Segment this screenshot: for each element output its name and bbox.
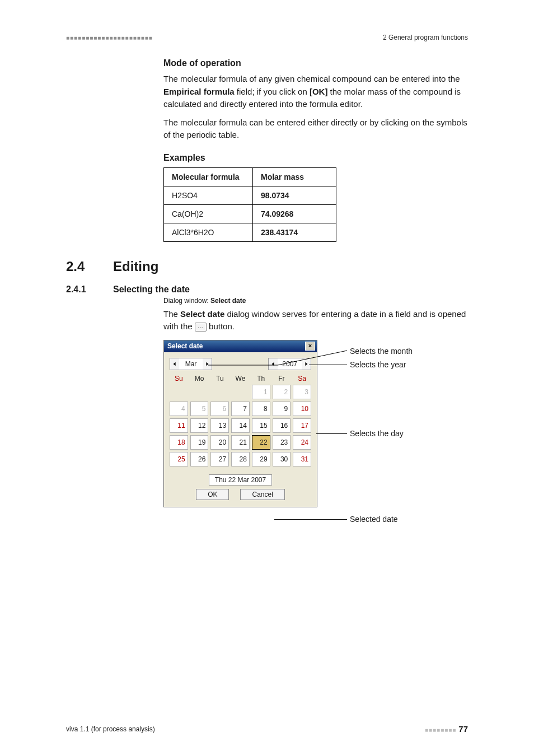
calendar-day[interactable]: 14 [231,418,250,433]
cell: AlCl3*6H2O [164,223,253,241]
calendar-day[interactable]: 26 [190,452,209,466]
ok-button[interactable]: OK [196,489,229,500]
weekday-label: Fr [273,375,291,382]
dialog-window-label: Dialog window: Select date [163,297,468,305]
th-mass: Molar mass [253,167,336,186]
calendar-weekday-header: SuMoTuWeThFrSa [170,375,311,382]
weekday-label: Su [170,375,188,382]
text: Dialog window: [163,297,210,305]
callout-line-icon [208,347,348,369]
weekday-label: Mo [190,375,209,382]
footer-left: viva 1.1 (for process analysis) [66,725,155,733]
svg-line-1 [278,351,347,365]
calendar-day[interactable]: 19 [190,435,209,450]
cell: Ca(OH)2 [164,204,253,223]
calendar-day[interactable]: 11 [170,418,188,433]
weekday-label: Th [252,375,270,382]
cancel-button[interactable]: Cancel [240,489,284,500]
calendar-day[interactable]: 23 [273,435,291,450]
calendar-day[interactable]: 7 [231,402,250,416]
calendar-day[interactable]: 18 [170,435,188,450]
subsection-number: 2.4.1 [66,284,113,295]
month-spinner: Mar [170,358,212,370]
dialog-title: Select date [167,342,203,350]
calendar-day[interactable]: 15 [252,418,270,433]
calendar-day [231,385,250,399]
calendar-day[interactable]: 12 [190,418,209,433]
calendar-day[interactable]: 29 [252,452,270,466]
cell: 238.43174 [253,223,336,241]
text: button. [207,321,235,331]
calendar-day[interactable]: 24 [293,435,311,450]
weekday-label: Sa [293,375,311,382]
cell: H2SO4 [164,186,253,204]
calendar-day[interactable]: 13 [210,418,229,433]
calendar-day[interactable]: 8 [252,402,270,416]
callout-day: Selects the day [350,429,404,438]
calendar-day[interactable]: 25 [170,452,188,466]
mode-para-2: The molecular formula can be entered eit… [163,116,468,142]
calendar-grid: 1234567891011121314151617181920212223242… [170,385,311,466]
calendar-day[interactable]: 21 [231,435,250,450]
calendar-day[interactable]: 28 [231,452,250,466]
calendar-day [210,385,229,399]
calendar-day[interactable]: 1 [252,385,270,399]
text-bold: Select date [180,309,224,319]
weekday-label: Tu [210,375,229,382]
text-bold: Empirical formula [163,87,235,96]
selected-date-display: Thu 22 Mar 2007 [209,474,272,486]
calendar-day[interactable]: 6 [210,402,229,416]
calendar-day[interactable]: 27 [210,452,229,466]
calendar-day[interactable]: 10 [293,402,311,416]
text: The [163,309,180,319]
calendar-day[interactable]: 9 [273,402,291,416]
weekday-label: We [231,375,250,382]
callout-line-icon [316,433,347,434]
calendar-day [170,385,188,399]
calendar-day[interactable]: 3 [293,385,311,399]
cell: 74.09268 [253,204,336,223]
cell: 98.0734 [253,186,336,204]
header-right: 2 General program functions [383,34,468,41]
section-title: Editing [113,259,158,274]
text: The molecular formula of any given chemi… [163,74,460,83]
calendar-day [190,385,209,399]
callout-line-icon [309,365,347,365]
text: field; if you click on [235,87,310,96]
callout-year: Selects the year [350,360,406,369]
text-bold: [OK] [310,87,328,96]
table-row: H2SO4 98.0734 [164,186,336,204]
select-date-para: The Select date dialog window serves for… [163,308,468,333]
examples-title: Examples [163,153,468,163]
calendar-day[interactable]: 4 [170,402,188,416]
month-value: Mar [179,359,203,369]
callout-line-icon [274,519,347,520]
header-dashes: ■■■■■■■■■■■■■■■■■■■■■■ [66,35,153,41]
page-number: 77 [458,724,468,734]
calendar-day[interactable]: 31 [293,452,311,466]
section-number: 2.4 [66,259,113,274]
table-row: Ca(OH)2 74.09268 [164,204,336,223]
calendar-day[interactable]: 2 [273,385,291,399]
subsection-title: Selecting the date [113,284,190,295]
callout-selected-date: Selected date [350,515,398,524]
calendar-day[interactable]: 5 [190,402,209,416]
calendar-day[interactable]: 22 [252,435,270,450]
text-bold: Select date [210,297,246,305]
month-prev-button[interactable] [170,358,179,370]
calendar-day[interactable]: 17 [293,418,311,433]
mode-of-operation-title: Mode of operation [163,58,468,68]
examples-table: Molecular formula Molar mass H2SO4 98.07… [163,167,336,242]
mode-para-1: The molecular formula of any given chemi… [163,73,468,111]
calendar-day[interactable]: 16 [273,418,291,433]
calendar-day[interactable]: 20 [210,435,229,450]
footer-dashes: ■■■■■■■■ [425,727,456,733]
footer-right: ■■■■■■■■77 [425,724,468,734]
ellipsis-button-icon: … [195,323,207,332]
table-row: AlCl3*6H2O 238.43174 [164,223,336,241]
th-formula: Molecular formula [164,167,253,186]
callout-month: Selects the month [350,347,413,356]
calendar-day[interactable]: 30 [273,452,291,466]
